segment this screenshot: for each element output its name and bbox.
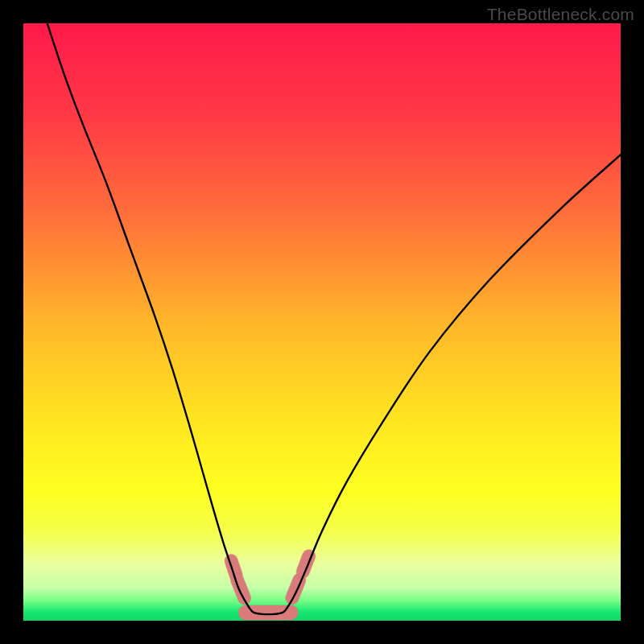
watermark-text: TheBottleneck.com	[487, 5, 634, 24]
chart-svg	[23, 23, 621, 621]
plot-area	[23, 23, 621, 621]
chart-frame: TheBottleneck.com	[0, 0, 644, 644]
curve-left-branch	[47, 23, 250, 608]
curve-right-branch	[287, 155, 621, 607]
marker-layer	[231, 556, 308, 613]
